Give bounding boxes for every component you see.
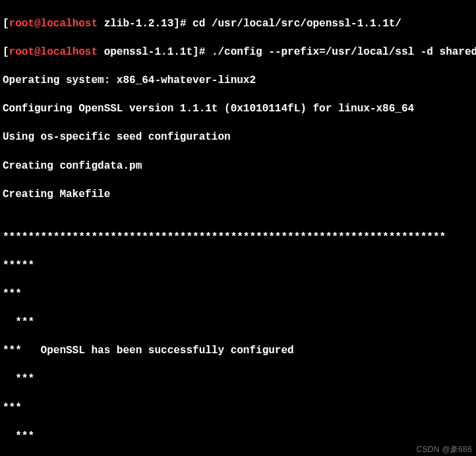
output-line: ***** bbox=[3, 259, 473, 273]
terminal-output[interactable]: [root@localhost zlib-1.2.13]# cd /usr/lo… bbox=[0, 0, 476, 456]
command-text: cd /usr/local/src/openssl-1.1.1t/ bbox=[193, 18, 402, 30]
prompt-close-bracket: ] bbox=[173, 18, 180, 30]
prompt-cwd: zlib-1.2.13 bbox=[104, 18, 174, 30]
command-text: ./config --prefix=/usr/local/ssl -d shar… bbox=[212, 46, 476, 58]
output-line: *** bbox=[3, 316, 473, 330]
watermark-text: CSDN @豪686 bbox=[416, 444, 472, 455]
prompt-line-1[interactable]: [root@localhost zlib-1.2.13]# cd /usr/lo… bbox=[3, 17, 473, 32]
output-line: ****************************************… bbox=[3, 231, 473, 245]
prompt-hash: # bbox=[180, 18, 193, 30]
output-line: Creating configdata.pm bbox=[3, 159, 473, 174]
prompt-close-bracket: ] bbox=[193, 46, 199, 58]
output-line: *** bbox=[3, 430, 473, 444]
prompt-open-bracket: [ bbox=[3, 18, 9, 30]
output-line: *** bbox=[3, 287, 473, 302]
prompt-cwd: openssl-1.1.1t bbox=[104, 46, 193, 58]
prompt-hash: # bbox=[199, 46, 212, 58]
output-line: Using os-specific seed configuration bbox=[3, 130, 473, 145]
output-line: Configuring OpenSSL version 1.1.1t (0x10… bbox=[3, 102, 473, 117]
prompt-open-bracket: [ bbox=[3, 46, 9, 58]
prompt-user-host: root@localhost bbox=[9, 18, 98, 30]
prompt-user-host: root@localhost bbox=[9, 46, 98, 58]
output-line: *** bbox=[3, 401, 473, 416]
output-line: Creating Makefile bbox=[3, 188, 473, 202]
output-line: *** bbox=[3, 372, 473, 387]
prompt-line-2[interactable]: [root@localhost openssl-1.1.1t]# ./confi… bbox=[3, 45, 473, 60]
output-line: Operating system: x86_64-whatever-linux2 bbox=[3, 74, 473, 88]
output-line: *** OpenSSL has been successfully config… bbox=[3, 344, 473, 358]
